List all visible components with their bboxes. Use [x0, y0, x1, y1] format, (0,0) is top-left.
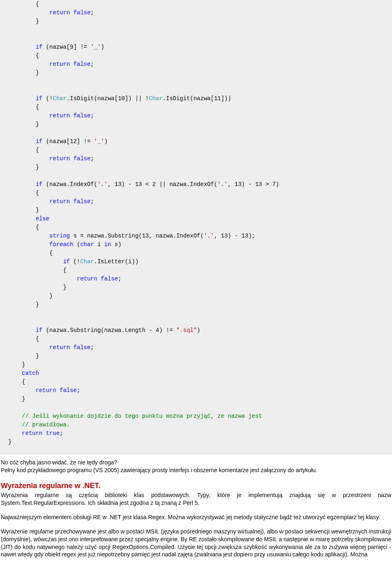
- article-body: No cóż chyba jasno widać, że nie tędy dr…: [0, 455, 392, 558]
- paragraph: Wyrażenie regularne przechowywane jest a…: [1, 528, 391, 559]
- code-block: { return false; } if (nazwa[9] != '_') {…: [0, 0, 392, 455]
- section-heading: Wyrażenia regularne w .NET.: [1, 481, 391, 491]
- paragraph: No cóż chyba jasno widać, że nie tędy dr…: [1, 459, 391, 466]
- paragraph: Wyrażenia regularne są częścią bibliotek…: [1, 491, 391, 507]
- paragraph: Pełny kod przykładowego programu (VS 200…: [1, 466, 391, 474]
- paragraph: Najważniejszym elementem obsługi RE w .N…: [1, 513, 391, 521]
